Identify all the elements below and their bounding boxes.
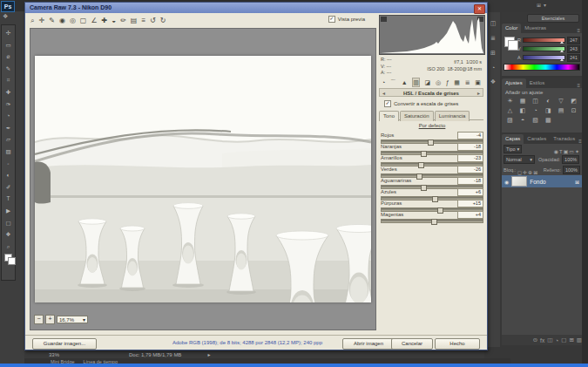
layer-filter-icon[interactable]: T: [559, 149, 563, 154]
default-link[interactable]: Por defecto: [377, 123, 487, 128]
tool-icon[interactable]: ◐: [3, 169, 14, 181]
tab-estilos[interactable]: Estilos: [526, 78, 549, 88]
layer-filter-icon[interactable]: ✦: [575, 149, 579, 154]
dock-panel-icon[interactable]: ≣: [490, 35, 496, 42]
tab-color[interactable]: Color: [502, 24, 521, 33]
layers-footer-icon[interactable]: ◫: [547, 336, 552, 343]
lock-icon[interactable]: ◻: [517, 170, 522, 175]
lock-icon[interactable]: ⊠: [533, 170, 537, 175]
adjustment-icon[interactable]: ☀: [504, 96, 517, 105]
slider-track[interactable]: [381, 219, 483, 223]
dialog-title-bar[interactable]: Camera Raw 7.3 - Nikon D90: [25, 3, 487, 13]
tool-icon[interactable]: ❖: [3, 228, 14, 241]
zoom-in-button[interactable]: +: [45, 315, 55, 324]
lock-icon[interactable]: ✛: [523, 170, 527, 175]
cr-tool-icon[interactable]: ◒: [112, 17, 116, 24]
fill-value[interactable]: 100%: [563, 166, 580, 174]
tool-icon[interactable]: ✎: [3, 63, 14, 75]
adjustment-icon[interactable]: ▽: [555, 96, 568, 105]
histogram[interactable]: [379, 15, 485, 55]
tool-icon[interactable]: ⌕: [3, 241, 14, 253]
tab-presets-icon[interactable]: ≣: [465, 78, 470, 87]
save-image-button[interactable]: Guardar imagen...: [32, 338, 97, 350]
cr-tool-icon[interactable]: ✎: [49, 17, 55, 24]
layer-filter-select[interactable]: Tipo▾: [504, 145, 522, 153]
tab-basic-icon[interactable]: ◔: [382, 78, 385, 87]
slider-value-input[interactable]: +4: [457, 211, 483, 219]
layers-footer-icon[interactable]: ⊙: [533, 336, 537, 343]
layers-footer-icon[interactable]: ◔: [555, 337, 558, 343]
tool-icon[interactable]: ✢: [3, 27, 14, 39]
tool-icon[interactable]: ▶: [3, 205, 14, 217]
adjustment-icon[interactable]: ⊡: [567, 105, 580, 115]
cr-tool-icon[interactable]: ✛: [38, 17, 44, 24]
cr-tool-icon[interactable]: ⌕: [30, 17, 34, 25]
tab-detail-icon[interactable]: ▲: [402, 78, 408, 87]
adjustment-icon[interactable]: ◩: [567, 96, 580, 105]
tab-split-icon[interactable]: ◪: [425, 78, 431, 87]
cr-tool-icon[interactable]: ▤: [131, 17, 138, 24]
adjustment-icon[interactable]: △: [504, 105, 517, 115]
slider-value-input[interactable]: +15: [457, 200, 483, 207]
foreground-color-swatch[interactable]: [4, 254, 12, 262]
tab-canales[interactable]: Canales: [524, 134, 550, 144]
tab-snapshots-icon[interactable]: ▣: [475, 78, 481, 87]
slider-value-input[interactable]: -18: [457, 143, 483, 151]
subtab-tono[interactable]: Tono: [379, 111, 399, 121]
cr-tool-icon[interactable]: ◉: [59, 17, 65, 24]
workflow-options-link[interactable]: Adobe RGB (1998); de 8 bits; 4288 por 28…: [121, 340, 374, 345]
adjustment-icon[interactable]: ▧: [529, 115, 542, 125]
dock-panel-icon[interactable]: ❖: [490, 78, 496, 85]
grayscale-mix-slider[interactable]: Aguamarinas -18: [381, 177, 483, 188]
tool-icon[interactable]: ⌗: [3, 74, 14, 86]
layer-visibility-eye-icon[interactable]: ◉: [504, 179, 509, 185]
dock-panel-icon[interactable]: ⊞: [490, 50, 496, 57]
layer-thumbnail[interactable]: [511, 176, 527, 187]
slider-value-input[interactable]: +6: [457, 188, 483, 196]
tool-icon[interactable]: ✑: [3, 99, 14, 111]
tool-icon[interactable]: ▨: [3, 146, 14, 158]
tool-icon[interactable]: ◔: [3, 110, 14, 122]
tab-capas[interactable]: Capas: [502, 134, 524, 144]
cr-tool-icon[interactable]: ▢: [80, 17, 87, 24]
slider-value-input[interactable]: -26: [457, 166, 483, 173]
zoom-out-button[interactable]: −: [34, 315, 44, 324]
adjustment-icon[interactable]: ◨: [542, 105, 555, 115]
tab-hsl-icon[interactable]: ▥: [412, 78, 420, 87]
grayscale-mix-slider[interactable]: Azules +6: [381, 188, 483, 200]
grayscale-mix-slider[interactable]: Verdes -26: [381, 166, 483, 177]
preview-checkbox[interactable]: ✓ Vista previa: [328, 16, 365, 23]
grayscale-mix-slider[interactable]: Amarillos -23: [381, 154, 483, 166]
slider-value-input[interactable]: -4: [457, 132, 483, 139]
tab-muestras[interactable]: Muestras: [521, 24, 550, 33]
adjustment-icon[interactable]: ◐: [542, 96, 555, 105]
status-arrow-icon[interactable]: ▸: [207, 351, 210, 357]
cr-tool-icon[interactable]: ◎: [70, 17, 76, 24]
layer-row-background[interactable]: ◉ Fondo ⊠: [502, 175, 582, 187]
adjustment-icon[interactable]: ▤: [555, 105, 568, 115]
color-spectrum-ramp[interactable]: [504, 64, 580, 71]
subtab-luminancia[interactable]: Luminancia: [435, 111, 470, 121]
tab-ajustes[interactable]: Ajustes: [502, 78, 526, 88]
tab-lens-icon[interactable]: ◎: [436, 78, 441, 87]
subtab-saturacion[interactable]: Saturación: [400, 111, 434, 121]
tab-calibration-icon[interactable]: ▦: [454, 78, 460, 87]
bg-color-box[interactable]: [508, 40, 518, 51]
tool-icon[interactable]: T: [3, 193, 14, 205]
blue-slider[interactable]: A 241: [502, 53, 582, 62]
tool-icon[interactable]: ▢: [3, 217, 14, 229]
grayscale-mix-slider[interactable]: Púrpuras +15: [381, 200, 483, 211]
adjustment-icon[interactable]: ◧: [517, 105, 530, 115]
adjustment-icon[interactable]: ▩: [542, 115, 555, 125]
grayscale-mix-slider[interactable]: Naranjas -18: [381, 143, 483, 154]
tab-curve-icon[interactable]: ⌒: [390, 78, 396, 87]
grayscale-mix-slider[interactable]: Magentas +4: [381, 211, 483, 222]
next-panel-icon[interactable]: ▸: [477, 89, 480, 98]
adjustment-icon[interactable]: ◓: [517, 115, 530, 125]
slider-thumb[interactable]: [431, 219, 437, 225]
layers-footer-icon[interactable]: fx: [540, 337, 544, 343]
cancel-button[interactable]: Cancelar: [391, 338, 433, 350]
background-color-swatch[interactable]: [8, 257, 16, 265]
zoom-percent[interactable]: 33%: [49, 352, 59, 357]
layer-filter-icon[interactable]: ▣: [564, 149, 569, 154]
